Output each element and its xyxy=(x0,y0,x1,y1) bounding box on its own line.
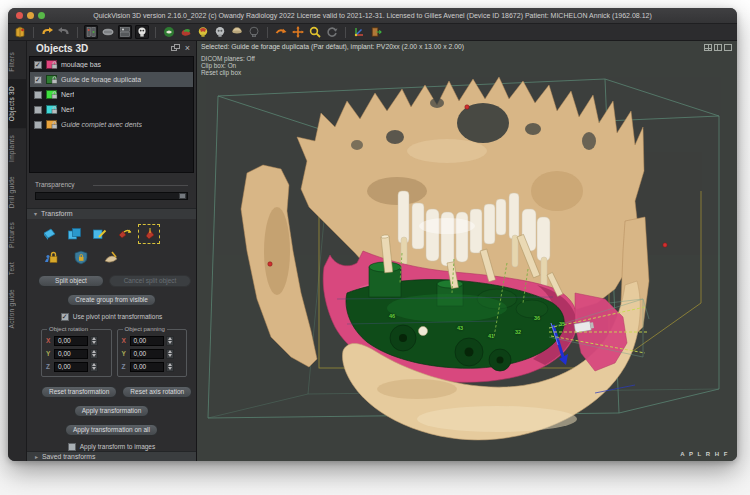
apply-transformation-button[interactable]: Apply transformation xyxy=(74,405,150,417)
axes-icon[interactable] xyxy=(352,25,366,39)
import-icon[interactable] xyxy=(13,25,27,39)
tab-action-guide[interactable]: Action guide xyxy=(8,282,26,335)
half-sphere-icon[interactable] xyxy=(230,25,244,39)
lock-icon xyxy=(51,91,58,99)
create-group-button[interactable]: Create group from visible xyxy=(67,294,156,306)
toolbar-separator xyxy=(155,27,156,38)
lock-icon xyxy=(51,106,58,114)
window-title: QuickVision 3D version 2.16.0_2022 (c) O… xyxy=(8,12,737,19)
duplicate-object-icon[interactable] xyxy=(65,226,83,242)
visibility-checkbox[interactable] xyxy=(34,76,42,84)
undock-panel-icon[interactable] xyxy=(171,44,180,52)
axis-y-label: Y xyxy=(46,350,52,357)
object-row-nerf-2[interactable]: Nerf xyxy=(30,102,193,117)
tab-implants[interactable]: Implants xyxy=(8,128,26,169)
panning-z-stepper[interactable] xyxy=(166,362,174,372)
rotation-z-stepper[interactable] xyxy=(90,362,98,372)
lock-icon xyxy=(51,76,58,84)
tab-text[interactable]: Text xyxy=(8,255,26,282)
saved-transforms-header[interactable]: ▸ Saved transforms xyxy=(27,451,196,461)
panning-x-input[interactable]: 0,00 xyxy=(130,336,164,346)
cancel-split-object-button: Cancel split object xyxy=(109,275,191,287)
rotate-icon xyxy=(325,25,339,39)
color-swatch[interactable] xyxy=(46,90,57,99)
tab-drill-guide[interactable]: Drill guide xyxy=(8,169,26,215)
rotate-object-icon[interactable] xyxy=(40,226,58,242)
object-row-moulage-bas[interactable]: moulage bas xyxy=(30,57,193,72)
color-swatch[interactable] xyxy=(46,105,57,114)
panning-z-input[interactable]: 0,00 xyxy=(130,362,164,372)
tooth-number-41: 41 xyxy=(488,333,494,339)
color-swatch[interactable] xyxy=(46,75,57,84)
objects-render-icon[interactable] xyxy=(179,25,193,39)
collapse-arrow-icon: ▾ xyxy=(34,210,37,217)
rotation-y-input[interactable]: 0,00 xyxy=(54,349,88,359)
color-swatch[interactable] xyxy=(46,120,57,129)
visibility-checkbox[interactable] xyxy=(34,91,42,99)
object-row-guide-de-forage[interactable]: Guide de forage duplicata xyxy=(30,72,193,87)
reset-transformation-button[interactable]: Reset transformation xyxy=(41,386,117,398)
color-swatch[interactable] xyxy=(46,60,57,69)
teeth-render-icon[interactable] xyxy=(162,25,176,39)
rotation-x-input[interactable]: 0,00 xyxy=(54,336,88,346)
split-object-button[interactable]: Split object xyxy=(38,275,104,287)
rotation-y-stepper[interactable] xyxy=(90,349,98,359)
rotation-z-input[interactable]: 0,00 xyxy=(54,362,88,372)
slice-view-icon[interactable] xyxy=(101,25,115,39)
protect-object-icon[interactable] xyxy=(72,250,90,266)
tooth-number-46: 46 xyxy=(389,313,395,319)
transform-fieldsets: Object rotation X 0,00 Y 0,00 Z 0,00 xyxy=(41,329,187,377)
tab-objects-3d[interactable]: Objects 3D xyxy=(8,79,26,128)
layout-split-icon[interactable] xyxy=(714,44,722,51)
skull-view-icon[interactable] xyxy=(135,25,149,39)
visibility-checkbox[interactable] xyxy=(34,121,42,129)
viewport-3d[interactable]: Selected: Guide de forage duplicata (Par… xyxy=(197,41,737,461)
tab-filters[interactable]: Filters xyxy=(8,45,26,79)
apply-transformation-all-button[interactable]: Apply transformation on all xyxy=(65,424,158,436)
orientation-labels: A P L R H F xyxy=(680,451,729,457)
smooth-brush-icon[interactable] xyxy=(102,250,120,266)
layout-rows-icon[interactable] xyxy=(118,25,132,39)
clip-box-status: Clip box: On xyxy=(201,62,236,69)
pivot-checkbox-row: Use pivot point transformations xyxy=(27,313,196,321)
rotation-x-stepper[interactable] xyxy=(90,336,98,346)
object-row-guide-complet[interactable]: Guide complet avec dents xyxy=(30,117,193,132)
lock-object-icon[interactable] xyxy=(42,250,60,266)
layout-columns-icon[interactable] xyxy=(84,25,98,39)
panel-header: Objects 3D × xyxy=(27,41,196,55)
mirror-object-icon[interactable] xyxy=(115,226,133,242)
reset-clip-box-link[interactable]: Reset clip box xyxy=(201,69,241,76)
apply-to-images-checkbox[interactable] xyxy=(68,443,76,451)
edit-object-icon[interactable] xyxy=(90,226,108,242)
pan-curve-icon[interactable] xyxy=(274,25,288,39)
reset-axis-rotation-button[interactable]: Reset axis rotation xyxy=(122,386,192,398)
close-panel-icon[interactable]: × xyxy=(185,44,190,52)
transparency-slider[interactable] xyxy=(35,192,188,200)
panning-y-input[interactable]: 0,00 xyxy=(130,349,164,359)
move-icon[interactable] xyxy=(291,25,305,39)
skull-color-icon[interactable] xyxy=(196,25,210,39)
use-pivot-checkbox[interactable] xyxy=(61,313,69,321)
exit-icon[interactable] xyxy=(369,25,383,39)
undo-icon[interactable] xyxy=(40,25,54,39)
pivot-point-icon[interactable] xyxy=(140,226,158,242)
zoom-icon[interactable] xyxy=(308,25,322,39)
saved-transforms-label: Saved transforms xyxy=(42,453,95,460)
axis-x-label: X xyxy=(122,337,128,344)
use-pivot-label: Use pivot point transformations xyxy=(73,313,163,320)
slider-handle[interactable] xyxy=(179,193,186,199)
panning-y-stepper[interactable] xyxy=(166,349,174,359)
transform-section-header[interactable]: ▾ Transform xyxy=(27,208,196,218)
panning-x-stepper[interactable] xyxy=(166,336,174,346)
object-label: Nerf xyxy=(61,106,74,113)
layout-quad-icon[interactable] xyxy=(704,44,712,51)
layout-single-icon[interactable] xyxy=(724,44,732,51)
visibility-checkbox[interactable] xyxy=(34,61,42,69)
tooth-number-43: 43 xyxy=(457,325,463,331)
visibility-checkbox[interactable] xyxy=(34,106,42,114)
axis-z-label: Z xyxy=(46,363,52,370)
tab-pictures[interactable]: Pictures xyxy=(8,215,26,255)
skull-gray-icon[interactable] xyxy=(213,25,227,39)
toolbar-separator xyxy=(345,27,346,38)
object-row-nerf-1[interactable]: Nerf xyxy=(30,87,193,102)
